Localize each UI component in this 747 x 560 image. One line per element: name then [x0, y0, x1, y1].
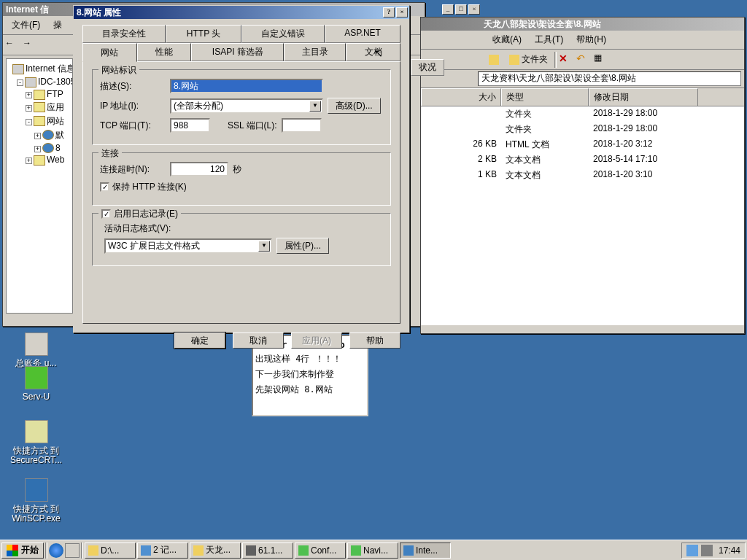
desktop-icon[interactable]: Serv-U [9, 366, 63, 402]
file-list[interactable]: 文件夹2018-1-29 18:00 文件夹2018-1-29 18:00 26… [421, 106, 744, 325]
tray-icon[interactable] [701, 545, 713, 556]
label-ip: IP 地址(I): [100, 100, 166, 112]
collapse-icon[interactable]: - [17, 79, 23, 86]
menu-item[interactable]: 操 [47, 18, 68, 33]
desktop-icon[interactable]: 快捷方式 到 WinSCP.exe [9, 478, 63, 524]
note-text: 下一步我们来制作登 [255, 367, 365, 382]
col-type[interactable]: 类型 [501, 88, 589, 106]
dialog-buttons: 确定 取消 应用(A) 帮助 [74, 327, 409, 354]
delete-button[interactable]: ✕ [558, 52, 574, 68]
taskbar-item[interactable]: Navi... [347, 542, 398, 559]
tree-node[interactable]: +Web [9, 154, 69, 166]
desktop-icon[interactable]: 快捷方式 到 SecureCRT... [9, 420, 63, 465]
ok-button[interactable]: 确定 [174, 332, 225, 349]
taskbar-item[interactable]: 天龙... [190, 542, 241, 559]
tree-view[interactable]: Internet 信息服务 -IDC-1805 +FTP +应用 -网站 +默 … [6, 58, 73, 314]
windows-logo-icon [7, 545, 18, 556]
tab-http-headers[interactable]: HTTP 头 [166, 25, 241, 43]
tree-node[interactable]: +8 [9, 142, 69, 155]
taskbar-item[interactable]: Conf... [295, 542, 346, 559]
col-size[interactable]: 大小 [421, 88, 501, 106]
log-format-combo[interactable]: W3C 扩展日志文件格式 ▼ [104, 238, 272, 254]
chevron-down-icon[interactable]: ▼ [309, 101, 321, 112]
advanced-button[interactable]: 高级(D)... [328, 98, 381, 114]
close-button[interactable]: × [396, 7, 408, 18]
folders-button[interactable]: 文件夹 [504, 52, 553, 68]
list-row[interactable]: 1 KB文本文档2018-1-20 3:10 [421, 168, 744, 183]
taskbar-item[interactable]: D:\... [85, 542, 136, 559]
tree-node[interactable]: +应用 [9, 101, 69, 114]
address-input[interactable]: 天龙资料\天龙八部架设\架设全套\8.网站 [478, 71, 741, 86]
start-button[interactable]: 开始 [1, 542, 44, 559]
views-button[interactable]: ▦ [593, 52, 609, 68]
chevron-down-icon[interactable]: ▼ [258, 241, 270, 252]
taskbar-item[interactable]: 61.1... [242, 542, 293, 559]
collapse-icon[interactable]: - [26, 119, 32, 125]
titlebar[interactable]: 天龙八部架设\架设全套\8.网站 [421, 18, 744, 31]
ssl-port-input[interactable] [282, 118, 322, 133]
iis-icon [403, 545, 414, 556]
tray-icon[interactable] [686, 545, 698, 556]
folder-icon [88, 545, 98, 556]
quicklaunch-desktop[interactable] [65, 543, 80, 558]
tree-node[interactable]: -IDC-1805 [9, 76, 69, 88]
help-button[interactable]: ? [383, 7, 395, 18]
col-date[interactable]: 修改日期 [589, 88, 698, 106]
tab-website[interactable]: 网站 [82, 43, 137, 62]
dialog-title: 8.网站 属性 [75, 7, 382, 19]
folder-icon [34, 102, 45, 112]
expand-icon[interactable]: + [26, 105, 32, 112]
description-input[interactable] [170, 79, 323, 93]
undo-button[interactable]: ↶ [576, 52, 592, 68]
desktop-icon[interactable]: 总账务 u... [9, 332, 63, 368]
titlebar[interactable]: 8.网站 属性 ? × [74, 6, 409, 19]
minimize-button[interactable]: _ [442, 4, 454, 15]
list-row[interactable]: 2 KB文本文档2018-5-14 17:10 [421, 152, 744, 168]
tab-aspnet[interactable]: ASP.NET [325, 25, 400, 43]
expand-icon[interactable]: + [26, 92, 32, 98]
ip-combo[interactable]: (全部未分配) ▼ [170, 98, 323, 114]
computer-icon [12, 64, 24, 74]
list-row[interactable]: 文件夹2018-1-29 18:00 [421, 122, 744, 137]
list-row[interactable]: 文件夹2018-1-29 18:00 [421, 106, 744, 122]
tree-node[interactable]: +FTP [9, 88, 69, 101]
taskbar-item-active[interactable]: Inte... [400, 542, 451, 559]
keepalive-checkbox[interactable]: ✓保持 HTTP 连接(K) [100, 181, 187, 193]
tree-node[interactable]: -网站 [9, 114, 69, 128]
expand-icon[interactable]: + [26, 158, 32, 164]
cancel-button[interactable]: 取消 [233, 332, 284, 349]
timeout-input[interactable] [170, 162, 228, 176]
folder-icon [34, 155, 45, 166]
tcp-port-input[interactable] [170, 118, 210, 133]
tab-home-dir[interactable]: 主目录 [284, 43, 346, 61]
toolbar-button[interactable]: ← [4, 37, 20, 53]
tab-custom-errors[interactable]: 自定义错误 [241, 25, 325, 43]
apply-button[interactable]: 应用(A) [291, 332, 342, 349]
quicklaunch-ie[interactable] [49, 543, 63, 558]
tree-node[interactable]: Internet 信息服务 [9, 62, 69, 76]
tab-performance[interactable]: 性能 [137, 43, 192, 61]
tab-dir-security[interactable]: 目录安全性 [82, 25, 166, 43]
menu-help[interactable]: 帮助(H) [570, 32, 612, 47]
search-button[interactable] [485, 52, 503, 68]
logging-checkbox[interactable]: ✓启用日志记录(E) [101, 209, 178, 219]
tab-documents[interactable]: 文档 [346, 43, 400, 61]
log-properties-button[interactable]: 属性(P)... [276, 238, 329, 254]
tab-isapi[interactable]: ISAPI 筛选器 [191, 43, 284, 61]
system-tray: 17:44 [681, 542, 746, 559]
expand-icon[interactable]: + [34, 133, 41, 139]
maximize-button[interactable]: □ [455, 4, 467, 15]
list-row[interactable]: 26 KBHTML 文档2018-1-20 3:12 [421, 137, 744, 152]
clock[interactable]: 17:44 [716, 545, 740, 556]
menu-favorites[interactable]: 收藏(A) [487, 32, 527, 47]
cursor-icon: ↖ [374, 47, 383, 59]
col-status[interactable]: 状况 [411, 59, 444, 76]
help-button[interactable]: 帮助 [349, 332, 400, 349]
close-button[interactable]: × [468, 4, 480, 15]
menu-tools[interactable]: 工具(T) [529, 32, 569, 47]
tree-node[interactable]: +默 [9, 128, 69, 142]
taskbar-item[interactable]: 2 记... [137, 542, 188, 559]
toolbar-button[interactable]: → [22, 37, 38, 53]
expand-icon[interactable]: + [34, 146, 41, 152]
menu-file[interactable]: 文件(F) [6, 18, 46, 33]
